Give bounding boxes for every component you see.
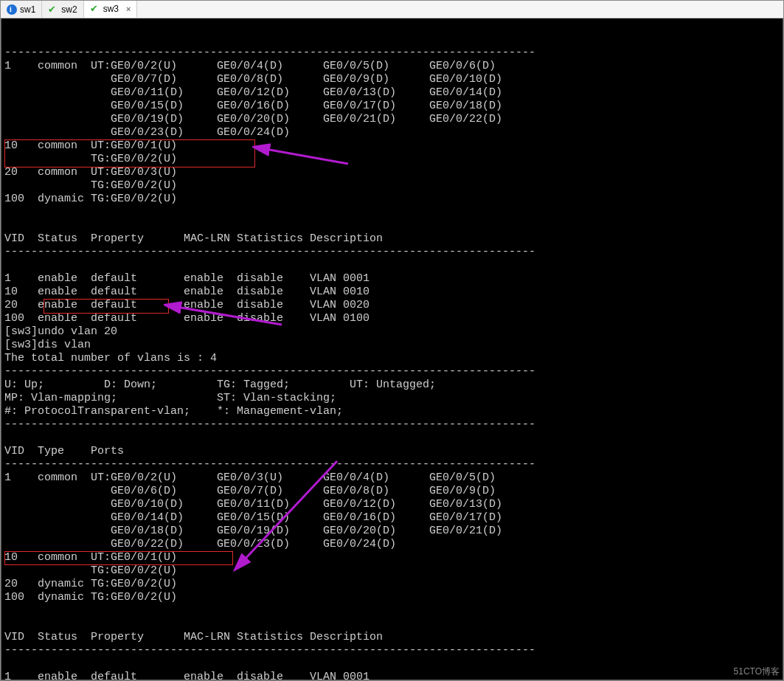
check-icon [90,4,100,14]
tab-label: sw2 [61,4,77,15]
terminal-output[interactable]: ----------------------------------------… [1,18,783,680]
tab-label: sw1 [20,4,35,15]
tab-sw1[interactable]: sw1 [1,1,42,18]
tab-label: sw3 [103,4,119,14]
info-icon [7,4,17,15]
tab-sw2[interactable]: sw2 [42,1,83,18]
app-window: sw1 sw2 sw3 × --------------------------… [0,0,784,681]
terminal-text: ----------------------------------------… [4,46,780,680]
close-icon[interactable]: × [126,4,131,13]
check-icon [48,4,58,15]
watermark: 51CTO博客 [734,665,780,678]
tab-sw3[interactable]: sw3 × [84,1,138,18]
tab-bar: sw1 sw2 sw3 × [1,1,783,18]
